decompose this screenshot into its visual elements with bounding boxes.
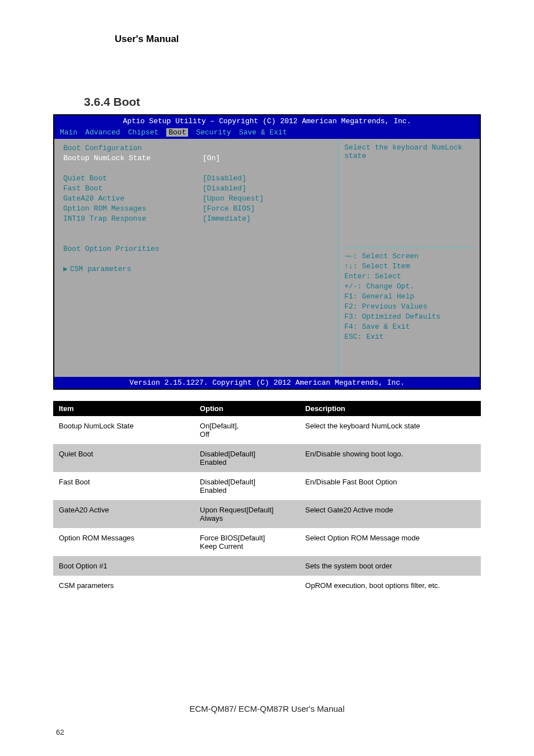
page-number: 62 [56, 728, 64, 736]
cell-option: Disabled[Default] Enabled [194, 444, 299, 472]
table-row: CSM parameters OpROM execution, boot opt… [53, 576, 481, 595]
opt-int19-value: [Immediate] [203, 214, 329, 224]
table-row: Bootup NumLock State On[Default], Off Se… [53, 416, 481, 444]
cell-desc: OpROM execution, boot options filter, et… [299, 576, 481, 595]
cell-option: Upon Request[Default] Always [194, 500, 299, 528]
cell-option [194, 556, 299, 576]
footer-line: ECM-QM87/ ECM-QM87R User's Manual [0, 704, 534, 713]
table-row: Quiet Boot Disabled[Default] Enabled En/… [53, 444, 481, 472]
cell-option [194, 576, 299, 595]
bios-tab-row: Main Advanced Chipset Boot Security Save… [54, 127, 480, 139]
csm-parameters-label: CSM parameters [70, 264, 131, 274]
boot-config-header: Boot Configuration [63, 143, 329, 153]
th-option: Option [194, 401, 299, 416]
cell-desc: Select Gate20 Active mode [299, 500, 481, 528]
th-item: Item [53, 401, 194, 416]
table-row: Boot Option #1 Sets the system boot orde… [53, 556, 481, 576]
table-row: Option ROM Messages Force BIOS[Default] … [53, 528, 481, 556]
bios-tab-save-exit: Save & Exit [239, 128, 287, 137]
cell-option: Force BIOS[Default] Keep Current [194, 528, 299, 556]
cell-desc: En/Disable Fast Boot Option [299, 472, 481, 500]
opt-gatea20-label: GateA20 Active [63, 194, 203, 204]
opt-fastboot-value: [Disabled] [203, 184, 329, 194]
key-f4: F4: Save & Exit [344, 322, 474, 332]
opt-oprom-label: Option ROM Messages [63, 204, 203, 214]
bios-right-pane: Select the keyboard NumLock state →←: Se… [339, 139, 480, 377]
table-row: Fast Boot Disabled[Default] Enabled En/D… [53, 472, 481, 500]
cell-desc: Select the keyboard NumLock state [299, 416, 481, 444]
bios-titlebar: Aptio Setup Utility – Copyright (C) 2012… [54, 115, 480, 127]
key-enter: Enter: Select [344, 272, 474, 282]
bios-help-text: Select the keyboard NumLock state [344, 143, 474, 160]
opt-quietboot-label: Quiet Boot [63, 174, 203, 184]
opt-int19-label: INT19 Trap Response [63, 214, 203, 224]
bios-footer: Version 2.15.1227. Copyright (C) 2012 Am… [54, 377, 480, 389]
boot-priorities-header: Boot Option Priorities [63, 244, 329, 254]
opt-gatea20-value: [Upon Request] [203, 194, 329, 204]
cell-desc: En/Disable showing boot logo. [299, 444, 481, 472]
section-title: 3.6.4 Boot [84, 95, 481, 109]
cell-item: Bootup NumLock State [53, 416, 194, 444]
bios-tab-main: Main [60, 128, 77, 137]
bios-left-pane: Boot Configuration Bootup NumLock State … [54, 139, 339, 377]
csm-parameters-submenu: ▶ CSM parameters [63, 264, 329, 274]
key-f1: F1: General Help [344, 292, 474, 302]
bios-tab-boot: Boot [166, 128, 188, 137]
bios-tab-advanced: Advanced [85, 128, 120, 137]
cell-item: Fast Boot [53, 472, 194, 500]
key-esc: ESC: Exit [344, 332, 474, 342]
cell-desc: Select Option ROM Message mode [299, 528, 481, 556]
cell-item: Quiet Boot [53, 444, 194, 472]
key-change-opt: +/-: Change Opt. [344, 282, 474, 292]
opt-fastboot-label: Fast Boot [63, 184, 203, 194]
th-desc: Description [299, 401, 481, 416]
opt-numlock-value: [On] [203, 153, 329, 164]
cell-desc: Sets the system boot order [299, 556, 481, 576]
table-row: GateA20 Active Upon Request[Default] Alw… [53, 500, 481, 528]
cell-item: GateA20 Active [53, 500, 194, 528]
cell-option: Disabled[Default] Enabled [194, 472, 299, 500]
cell-item: CSM parameters [53, 576, 194, 595]
cell-option: On[Default], Off [194, 416, 299, 444]
key-select-item: ↑↓: Select Item [344, 262, 474, 272]
key-select-screen: →←: Select Screen [344, 251, 474, 262]
bios-tab-chipset: Chipset [128, 128, 159, 137]
bios-screenshot: Aptio Setup Utility – Copyright (C) 2012… [53, 114, 481, 390]
options-table: Item Option Description Bootup NumLock S… [53, 401, 481, 595]
cell-item: Option ROM Messages [53, 528, 194, 556]
document-header: User's Manual [115, 34, 481, 45]
bios-key-legend: →←: Select Screen ↑↓: Select Item Enter:… [344, 248, 474, 372]
opt-quietboot-value: [Disabled] [203, 174, 329, 184]
bios-tab-security: Security [196, 128, 231, 137]
cell-item: Boot Option #1 [53, 556, 194, 576]
key-f3: F3: Optimized Defaults [344, 312, 474, 322]
opt-oprom-value: [Force BIOS] [203, 204, 329, 214]
submenu-arrow-icon: ▶ [63, 264, 70, 274]
opt-numlock-label: Bootup NumLock State [63, 153, 203, 164]
key-f2: F2: Previous Values [344, 302, 474, 312]
